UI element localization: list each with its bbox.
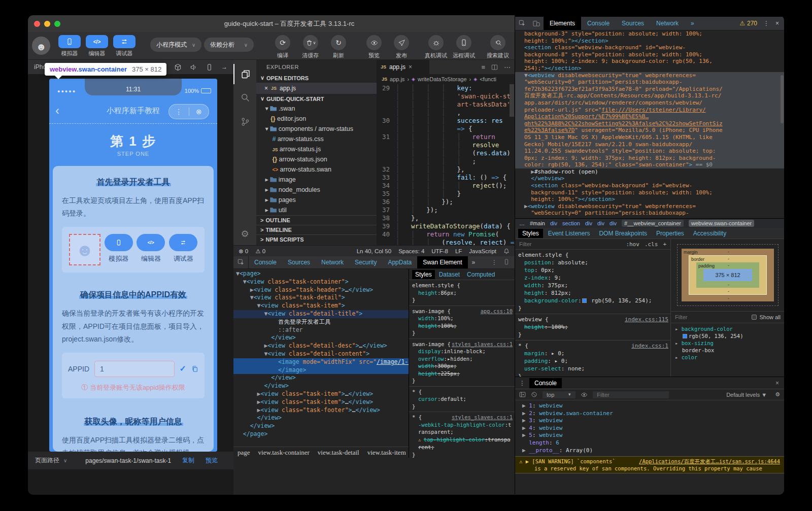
miniprogram-mode-dropdown[interactable]: 小程序模式∨: [150, 38, 201, 52]
css-property[interactable]: height: 100%;: [518, 323, 668, 331]
dom-tree-line[interactable]: height: 100%; z-index: 9; background-col…: [515, 58, 784, 65]
language-mode[interactable]: JavaScript: [469, 248, 496, 254]
code-line[interactable]: │ │ │ (resolve, reject) => {: [377, 239, 515, 245]
show-all-checkbox[interactable]: [752, 315, 757, 320]
console-entry[interactable]: ▶ 2: webview.swan-container: [522, 410, 784, 418]
phone-screen[interactable]: 11:31 ●●●●● 100% ‹ 小程序新手教程 ⋮ ⊗ 第 1 步 STE…: [49, 79, 217, 452]
code-line[interactable]: 32│ │ │ │ },: [377, 165, 515, 174]
tab-console[interactable]: Console: [581, 17, 616, 30]
console-entry[interactable]: ▶ 3: webview: [522, 417, 784, 425]
clear-console-icon[interactable]: [531, 391, 537, 398]
computed-property[interactable]: ▸ background-color: [675, 325, 781, 332]
code-line[interactable]: 34│ │ │ │ │ reject();: [377, 182, 515, 190]
css-property[interactable]: width:100%;: [412, 315, 513, 322]
crumb[interactable]: div: [597, 220, 604, 226]
tab-styles[interactable]: Styles: [518, 229, 543, 238]
expand-arrow-icon[interactable]: ▶: [526, 458, 529, 465]
file-tree-item[interactable]: ▾ .swan: [256, 104, 377, 114]
box-model-diagram[interactable]: margin-- border-- padding-- 375 × 812: [677, 244, 779, 306]
file-tree-item[interactable]: ▸ node_modules: [256, 185, 377, 195]
tab-event-listeners[interactable]: Event Listeners: [544, 229, 594, 238]
console-entry[interactable]: ▶ 4: webview: [522, 425, 784, 432]
swan-element-tree[interactable]: ▼<page> ▼<view class="task-container"> ▶…: [233, 269, 409, 447]
console-settings-gear-icon[interactable]: ⚙: [775, 391, 780, 398]
dependency-analysis-dropdown[interactable]: 依赖分析∨: [204, 38, 254, 52]
crumb[interactable]: view.task-detail: [318, 449, 359, 457]
element-tree-node[interactable]: ▼<view class="task-item">: [233, 302, 409, 310]
tab-network[interactable]: Network: [650, 17, 685, 30]
tab-properties[interactable]: Properties: [652, 229, 688, 238]
code-line[interactable]: 31│ │ │ │ │ return: [377, 133, 515, 141]
tab-sources[interactable]: Sources: [282, 256, 316, 268]
file-tree-item[interactable]: ▸ image: [256, 175, 377, 185]
element-tree-node[interactable]: ▼<view class="task-detail">: [233, 294, 409, 302]
minimize-window-button[interactable]: [44, 21, 50, 27]
element-tree-node[interactable]: </image>: [233, 366, 409, 374]
css-rule[interactable]: app.css:10swan-image {width:100%;height:…: [409, 306, 515, 339]
settings-gear-icon[interactable]: ⚙: [233, 224, 256, 244]
dom-tree-line[interactable]: preloader-url.js" src="file:///Users/tst…: [515, 107, 784, 114]
dom-tree-line[interactable]: <section class="webview-background" id="…: [515, 44, 784, 51]
indentation[interactable]: Spaces: 4: [398, 248, 424, 254]
elements-tree[interactable]: background-3" style="position: absolute;…: [515, 30, 784, 218]
file-tree-item[interactable]: JS arrow-status.js: [256, 144, 377, 154]
element-tree-node[interactable]: </view>: [233, 414, 409, 422]
preview-path-link[interactable]: 预览: [206, 456, 218, 465]
maximize-window-button[interactable]: [54, 21, 60, 27]
computed-filter-input[interactable]: Filter: [675, 314, 687, 320]
file-tree-item[interactable]: ▸ util: [256, 205, 377, 215]
tab-dataset[interactable]: Dataset: [436, 270, 463, 279]
tab-swan-element[interactable]: Swan Element: [417, 256, 467, 268]
code-line[interactable]: 39│ writeDataToStorage(data) {: [377, 222, 515, 230]
editor-breadcrumb[interactable]: JS app.js› ◈ writeDataToStorage› ◈ <func…: [377, 74, 515, 84]
dom-tree-line[interactable]: 11.24.0.255 swandevtools" style="positio…: [515, 148, 784, 155]
code-line[interactable]: 40│ │ return new Promise(: [377, 230, 515, 239]
device-toolbar-icon[interactable]: [529, 20, 544, 27]
file-tree-item[interactable]: {} editor.json: [256, 114, 377, 124]
more-tabs-icon[interactable]: »: [685, 17, 700, 30]
css-rule[interactable]: element.style {position: absolute;top: 0…: [515, 250, 670, 314]
search-icon[interactable]: [233, 87, 256, 108]
code-line[interactable]: 35│ │ │ │ }: [377, 190, 515, 198]
compile-button[interactable]: ⟳编译: [268, 35, 297, 59]
close-circle-icon[interactable]: ⊗: [189, 108, 209, 116]
css-source-link[interactable]: styles_slaves.css:1: [452, 340, 513, 348]
debugger-toggle-button[interactable]: 调试器: [111, 35, 138, 57]
close-devtools-icon[interactable]: ×: [775, 20, 779, 27]
publish-button[interactable]: 发布: [387, 35, 416, 59]
split-editor-icon[interactable]: [491, 64, 498, 71]
css-property[interactable]: position: absolute;: [518, 259, 668, 266]
dom-tree-line[interactable]: fe72b36223f6723ef21af3f9a35fae78-0" prel…: [515, 86, 784, 93]
crumb[interactable]: page: [238, 449, 250, 457]
explorer-icon[interactable]: [233, 64, 256, 84]
timeline-section[interactable]: >TIMELINE: [256, 225, 377, 234]
dom-tree-line[interactable]: height: 100%;"></section>: [515, 196, 784, 203]
code-line[interactable]: 29│ │ │ │ key:: [377, 84, 515, 92]
menu-dots-icon[interactable]: ⋮: [169, 108, 189, 116]
dom-tree-line[interactable]: height: 100%;"></section>: [515, 38, 784, 45]
code-line[interactable]: │ │ │ │ ,: [377, 109, 515, 117]
css-rule[interactable]: index.css:1* {margin: ▸ 0;padding: ▸ 0;u…: [515, 340, 670, 377]
code-line[interactable]: │ │ │ │ │ ;: [377, 157, 515, 165]
appid-input[interactable]: 1: [94, 361, 175, 377]
element-tree-node[interactable]: ▶<view class="detail-desc">…</view>: [233, 342, 409, 350]
console-entry[interactable]: ▶ 1: webview: [522, 402, 784, 410]
css-source-link[interactable]: index.css:115: [625, 316, 668, 323]
element-tree-node[interactable]: ▼<view class="task-container">: [233, 278, 409, 286]
dom-tree-line[interactable]: color: rgb(50, 136, 254);" class="swan-c…: [515, 161, 784, 168]
kebab-menu-icon[interactable]: ⋮: [491, 259, 497, 266]
code-line[interactable]: 38│ },: [377, 214, 515, 222]
element-tree-node[interactable]: ▶<view class="task-header">…</view>: [233, 286, 409, 294]
element-tree-node[interactable]: </view>: [233, 374, 409, 382]
crumb-selected[interactable]: webview.swan-container: [689, 220, 754, 227]
dom-tree-line[interactable]: ▶#shadow-root (open): [515, 168, 784, 176]
crumb[interactable]: div: [610, 220, 617, 226]
dom-tree-line[interactable]: 百度开发者工具-rc.app/Contents/Resources/app/bu…: [515, 92, 784, 99]
crumb[interactable]: view.task-container: [258, 449, 310, 457]
dom-tree-line[interactable]: ▶<webview disablewebsecurity="true" webp…: [515, 203, 784, 210]
tab-console[interactable]: Console: [249, 256, 282, 268]
open-changes-icon[interactable]: ≡: [481, 63, 485, 71]
tab-appdata[interactable]: AppData: [382, 256, 417, 268]
source-link[interactable]: /Applications/百度开发者工…ist/san.ssr.js:4644: [639, 458, 780, 465]
tab-computed[interactable]: Computed: [464, 270, 498, 279]
